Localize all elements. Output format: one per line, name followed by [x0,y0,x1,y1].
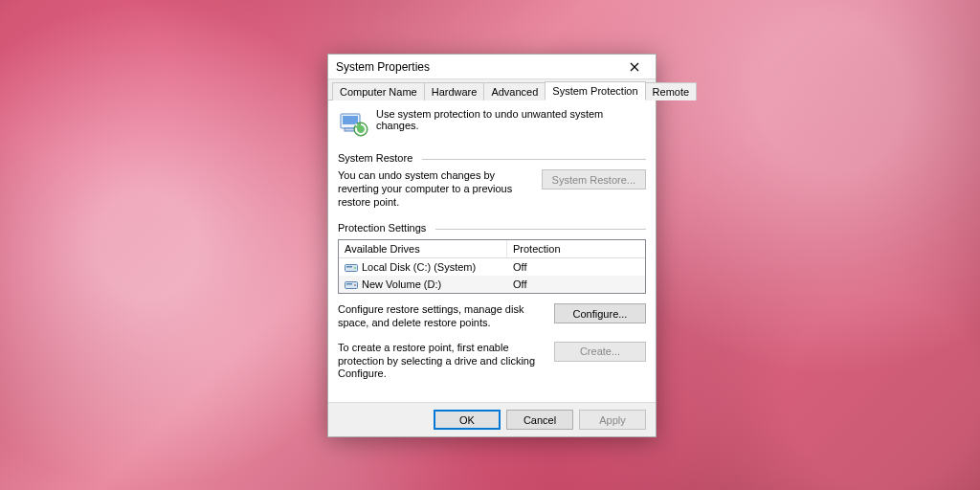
drive-name: Local Disk (C:) (System) [362,261,476,273]
system-protection-icon [338,108,368,139]
drive-status: Off [507,276,645,293]
drive-icon [345,262,358,273]
ok-button[interactable]: OK [434,410,501,430]
svg-point-9 [354,284,356,286]
tab-remote[interactable]: Remote [645,82,698,100]
tab-strip: Computer Name Hardware Advanced System P… [328,79,656,100]
svg-rect-8 [346,283,352,285]
tab-hardware[interactable]: Hardware [424,82,485,100]
system-restore-button[interactable]: System Restore... [542,169,646,189]
drives-table: Available Drives Protection Local Disk (… [338,239,646,294]
drive-status: Off [507,258,645,276]
close-button[interactable] [617,56,652,78]
system-restore-legend: System Restore [338,152,416,164]
system-properties-dialog: System Properties Computer Name Hardware… [327,54,657,437]
configure-text: Configure restore settings, manage disk … [338,303,545,330]
drive-row[interactable]: Local Disk (C:) (System) Off [339,258,645,276]
apply-button[interactable]: Apply [579,410,646,430]
svg-rect-1 [343,116,358,124]
tab-system-protection[interactable]: System Protection [545,81,645,100]
tab-computer-name[interactable]: Computer Name [332,82,425,100]
dialog-title: System Properties [336,60,617,74]
drive-icon [345,279,358,290]
dialog-button-bar: OK Cancel Apply [328,402,656,436]
protection-settings-group: Protection Settings Available Drives Pro… [338,222,646,381]
tab-advanced[interactable]: Advanced [483,82,546,100]
col-protection[interactable]: Protection [507,240,645,257]
col-available-drives[interactable]: Available Drives [339,240,507,257]
svg-point-6 [354,267,356,269]
titlebar: System Properties [328,55,656,79]
cancel-button[interactable]: Cancel [506,410,573,430]
drive-name: New Volume (D:) [362,278,441,290]
create-text: To create a restore point, first enable … [338,342,545,381]
system-restore-group: System Restore You can undo system chang… [338,152,646,209]
desktop-background: System Properties Computer Name Hardware… [0,0,980,490]
intro-text: Use system protection to undo unwanted s… [376,108,646,131]
system-restore-text: You can undo system changes by reverting… [338,169,532,209]
drive-row[interactable]: New Volume (D:) Off [339,276,645,293]
close-icon [630,62,639,72]
intro-row: Use system protection to undo unwanted s… [338,108,646,139]
create-button[interactable]: Create... [554,342,646,362]
svg-rect-5 [346,266,352,268]
tab-body: Use system protection to undo unwanted s… [328,100,656,396]
drives-header: Available Drives Protection [339,240,645,258]
protection-settings-legend: Protection Settings [338,222,430,234]
configure-button[interactable]: Configure... [554,303,646,323]
